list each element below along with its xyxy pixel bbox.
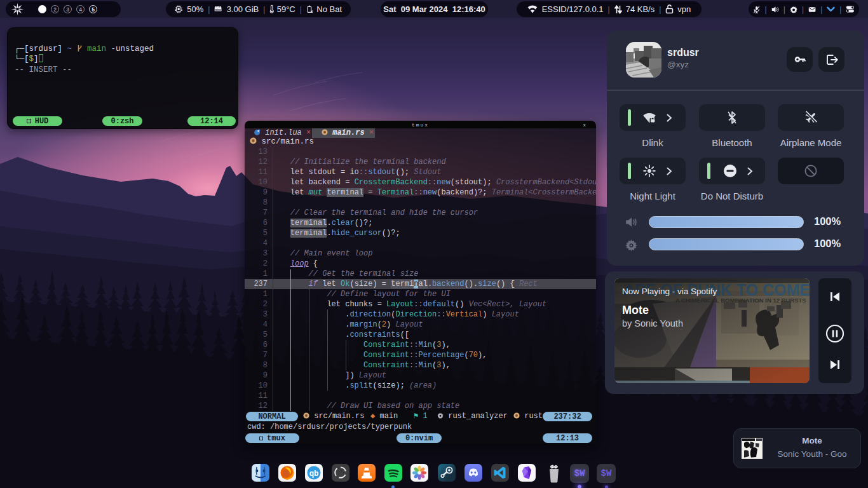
svg-text:qb: qb [309,469,318,478]
